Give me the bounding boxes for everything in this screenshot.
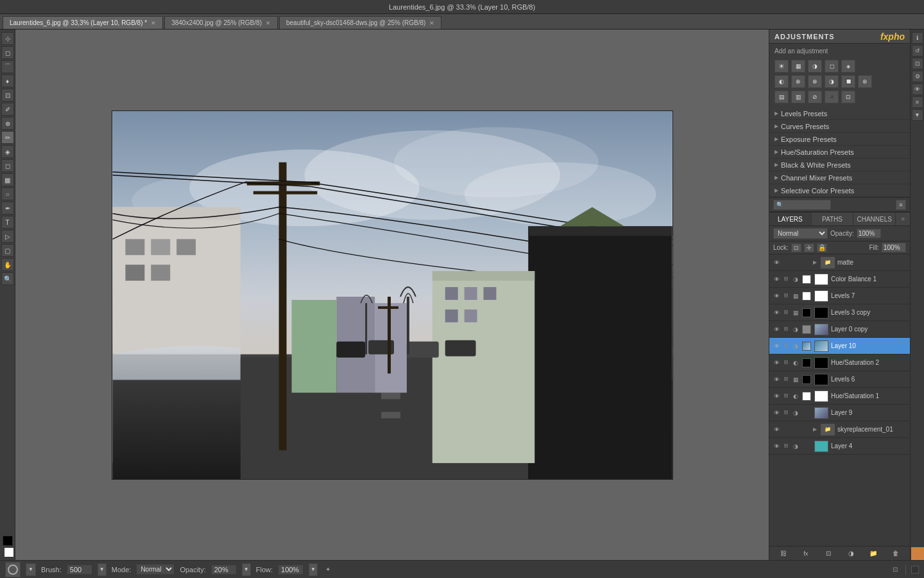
tool-eyedropper[interactable]: ✐ <box>1 103 14 116</box>
tool-type[interactable]: T <box>1 216 14 229</box>
adj-levels-icon[interactable]: ▦ <box>791 60 805 73</box>
flow-value[interactable]: 100% <box>278 565 304 575</box>
layer-row-skyreplacement[interactable]: 👁 ▶ 📁 skyreplacement_01 <box>769 421 910 438</box>
fr-info-btn[interactable]: ℹ <box>912 32 923 44</box>
visibility-l4[interactable]: 👁 <box>772 442 781 451</box>
tool-stamp[interactable]: ◈ <box>1 145 14 158</box>
adj-threshold-icon[interactable]: ▥ <box>791 91 805 103</box>
tool-path[interactable]: ▷ <box>1 230 14 243</box>
tab-channels[interactable]: CHANNELS <box>853 213 896 225</box>
foreground-color[interactable] <box>3 536 13 546</box>
layers-panel-menu[interactable]: ≡ <box>896 213 910 225</box>
tool-gradient[interactable]: ▦ <box>1 173 14 186</box>
adj-extra-icon[interactable]: ⊡ <box>841 91 855 103</box>
opacity-stepper[interactable]: ▼ <box>242 563 251 576</box>
adj-exposure-icon[interactable]: ◻ <box>825 60 839 73</box>
brush-size-value[interactable]: 500 <box>67 565 92 575</box>
layer-row-layer0copy[interactable]: 👁 ⛓ ◑ Layer 0 copy <box>769 321 910 338</box>
tab-3[interactable]: beautiful_sky-dsc01468-dws.jpg @ 25% (RG… <box>279 16 441 29</box>
tool-move[interactable]: ⊹ <box>1 32 14 45</box>
tab-2[interactable]: 3840x2400.jpg @ 25% (RGB/8) ✕ <box>164 16 278 29</box>
layer-row-levels6[interactable]: 👁 ⛓ ▦ Levels 6 <box>769 371 910 388</box>
adj-channelmix-icon[interactable]: 🔲 <box>841 75 855 88</box>
tool-select[interactable]: ◻ <box>1 46 14 59</box>
visibility-lv6[interactable]: 👁 <box>772 375 781 384</box>
preset-levels[interactable]: ▶ Levels Presets <box>769 107 910 120</box>
adj-brightness-icon[interactable]: ☀ <box>774 60 789 73</box>
layer-row-layer9[interactable]: 👁 ⛓ ◑ Layer 9 <box>769 405 910 421</box>
tab-3-close[interactable]: ✕ <box>429 20 434 26</box>
layer-adjustment-btn[interactable]: ◑ <box>845 548 857 559</box>
adj-search-box[interactable]: 🔍 <box>773 200 831 210</box>
layer-delete-btn[interactable]: 🗑 <box>890 548 902 559</box>
tool-shape[interactable]: ▢ <box>1 244 14 257</box>
visibility-l0c[interactable]: 👁 <box>772 325 781 334</box>
lock-position-icon[interactable]: ✛ <box>804 243 814 252</box>
visibility-l10[interactable]: 👁 <box>772 342 781 351</box>
visibility-cb1[interactable]: 👁 <box>772 275 781 284</box>
visibility-lv7[interactable]: 👁 <box>772 292 781 301</box>
tool-crop[interactable]: ⊡ <box>1 89 14 101</box>
layer-row-color-balance[interactable]: 👁 ⛓ ◑ Color Balance 1 <box>769 271 910 288</box>
visibility-hs1[interactable]: 👁 <box>772 392 781 401</box>
tool-brush[interactable]: ✏ <box>1 131 14 144</box>
fr-layers-btn[interactable]: ≡ <box>912 96 923 108</box>
fr-more-btn[interactable]: ▼ <box>912 109 923 121</box>
adj-posterize-icon[interactable]: ▤ <box>774 91 789 103</box>
opacity-input[interactable] <box>857 229 881 238</box>
preset-channelmix[interactable]: ▶ Channel Mixer Presets <box>769 171 910 184</box>
layer-row-matte[interactable]: 👁 ▶ 📁 matte <box>769 254 910 271</box>
adj-bw-icon[interactable]: ⊗ <box>808 75 822 88</box>
adj-photofilter-icon[interactable]: ◑ <box>825 75 839 88</box>
visibility-hs2[interactable]: 👁 <box>772 358 781 367</box>
fr-settings-btn[interactable]: ⚙ <box>912 71 923 82</box>
opacity-value[interactable]: 20% <box>211 565 237 575</box>
layer-row-huesat1[interactable]: 👁 ⛓ ◐ Hue/Saturation 1 <box>769 388 910 405</box>
bottom-end-1[interactable]: ⊡ <box>890 565 900 575</box>
fr-color-btn[interactable] <box>911 547 924 560</box>
blend-mode-select[interactable]: Normal Multiply Screen Overlay <box>773 228 828 239</box>
tab-1-close[interactable]: ✕ <box>151 20 156 26</box>
layer-link-btn[interactable]: ⛓ <box>778 548 789 559</box>
adj-gradientmap-icon[interactable]: ⊘ <box>808 91 822 103</box>
layer-row-huesat2[interactable]: 👁 ⛓ ◐ Hue/Saturation 2 <box>769 355 910 371</box>
mode-select[interactable]: Normal Multiply Screen <box>136 564 175 575</box>
layer-group-btn[interactable]: 📁 <box>868 548 879 559</box>
tool-eraser[interactable]: ◻ <box>1 159 14 172</box>
adj-selective-icon[interactable]: ◾ <box>825 91 839 103</box>
preset-huesat[interactable]: ▶ Hue/Saturation Presets <box>769 146 910 159</box>
layers-list[interactable]: 👁 ▶ 📁 matte 👁 ⛓ ◑ Color Balance 1 <box>769 254 910 546</box>
preset-curves[interactable]: ▶ Curves Presets <box>769 120 910 133</box>
layer-row-layer10[interactable]: 👁 ⛓ ◑ Layer 10 <box>769 338 910 355</box>
canvas-area[interactable] <box>15 30 769 560</box>
layer-row-layer4[interactable]: 👁 ⛓ ◑ Layer 4 <box>769 438 910 455</box>
tool-zoom[interactable]: 🔍 <box>1 272 14 285</box>
lock-pixels-icon[interactable]: ⊡ <box>791 243 801 252</box>
tool-wand[interactable]: ♦ <box>1 74 14 87</box>
layer-fx-btn[interactable]: fx <box>800 548 812 559</box>
brush-size-stepper[interactable]: ▼ <box>98 563 107 576</box>
adj-vibrance-icon[interactable]: ◈ <box>841 60 855 73</box>
tab-layers[interactable]: LAYERS <box>769 213 812 225</box>
background-color[interactable] <box>4 547 14 557</box>
adj-menu-icon[interactable]: ≡ <box>896 200 906 210</box>
preset-bw[interactable]: ▶ Black & White Presets <box>769 159 910 171</box>
airbrush-icon[interactable]: ✦ <box>323 565 333 575</box>
fr-eye-btn[interactable]: 👁 <box>912 83 923 95</box>
layer-row-levels3copy[interactable]: 👁 ⛓ ▦ Levels 3 copy <box>769 304 910 321</box>
preset-exposure[interactable]: ▶ Exposure Presets <box>769 133 910 146</box>
brush-arrow-down[interactable]: ▼ <box>26 563 36 576</box>
flow-stepper[interactable]: ▼ <box>309 563 318 576</box>
tool-lasso[interactable]: ⌒ <box>1 60 14 73</box>
adj-colorbalance-icon[interactable]: ⊕ <box>791 75 805 88</box>
tab-paths[interactable]: PATHS <box>812 213 854 225</box>
tab-1[interactable]: Laurentides_6.jpg @ 33,3% (Layer 10, RGB… <box>3 16 163 29</box>
lock-all-icon[interactable]: 🔒 <box>817 243 827 252</box>
tool-pen[interactable]: ✒ <box>1 202 14 215</box>
adj-huesat-icon[interactable]: ◐ <box>774 75 789 88</box>
tool-dodge[interactable]: ○ <box>1 188 14 200</box>
preset-selective[interactable]: ▶ Selective Color Presets <box>769 184 910 197</box>
adj-invert-icon[interactable]: ⊛ <box>858 75 872 88</box>
fill-input[interactable] <box>882 243 906 252</box>
visibility-sky[interactable]: 👁 <box>772 425 781 434</box>
